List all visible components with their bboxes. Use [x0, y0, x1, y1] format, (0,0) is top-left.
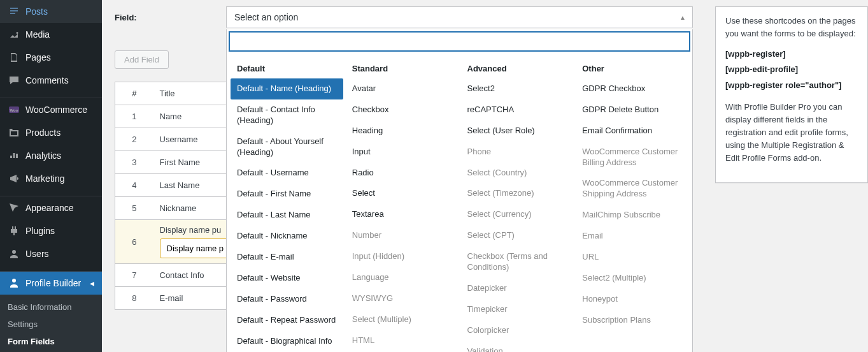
- option-group-label: Default: [231, 59, 343, 78]
- menu-appearance[interactable]: Appearance: [0, 196, 102, 219]
- menu-marketing[interactable]: Marketing: [0, 167, 102, 190]
- plugins-icon: [8, 224, 20, 237]
- shortcodes-box: Use these shortcodes on the pages you wa…: [715, 6, 868, 183]
- select-option[interactable]: Heading: [346, 121, 459, 142]
- select-option: HTML: [346, 330, 459, 351]
- select-option[interactable]: Textarea: [346, 204, 459, 225]
- menu-label: Marketing: [25, 173, 64, 184]
- select-option: Select (Timezone): [461, 183, 574, 204]
- menu-posts[interactable]: Posts: [0, 0, 102, 23]
- select-option[interactable]: Default - Username: [231, 163, 343, 184]
- select-option[interactable]: Default - Name (Heading): [231, 78, 343, 99]
- menu-pages[interactable]: Pages: [0, 46, 102, 69]
- menu-label: Analytics: [25, 150, 61, 161]
- select-option[interactable]: Radio: [346, 163, 459, 184]
- select-option[interactable]: Select (User Role): [461, 121, 574, 142]
- row-num: 6: [115, 220, 153, 264]
- select-option[interactable]: Default - Repeat Password: [231, 310, 343, 331]
- select-option: Email: [576, 226, 688, 247]
- select-selection[interactable]: Select an option ▲: [226, 6, 693, 28]
- row-num: 5: [115, 197, 153, 220]
- pages-icon: [8, 51, 20, 64]
- shortcode-item: [wppb-edit-profile]: [725, 62, 858, 77]
- select-option: WooCommerce Customer Billing Address: [576, 142, 688, 173]
- profile-builder-icon: [8, 277, 20, 290]
- select-option: WYSIWYG: [346, 288, 459, 309]
- users-icon: [8, 247, 20, 260]
- row-num: 8: [115, 287, 153, 310]
- menu-label: Pages: [25, 52, 51, 62]
- select-option[interactable]: Select2: [461, 78, 574, 99]
- shortcodes-intro: Use these shortcodes on the pages you wa…: [725, 15, 858, 40]
- select-placeholder: Select an option: [234, 12, 298, 22]
- add-field-button[interactable]: Add Field: [115, 50, 169, 69]
- menu-woocommerce[interactable]: WooCommerce: [0, 98, 102, 121]
- option-group-label: Other: [576, 59, 688, 78]
- select-option[interactable]: Default - About Yourself (Heading): [231, 131, 343, 163]
- select-option: URL: [576, 247, 688, 268]
- row-num: 4: [115, 174, 153, 197]
- menu-comments[interactable]: Comments: [0, 69, 102, 92]
- marketing-icon: [8, 172, 20, 185]
- select-option[interactable]: Default - Biographical Info: [231, 331, 343, 352]
- select-option: Select (Country): [461, 163, 574, 184]
- submenu-item[interactable]: Settings: [0, 316, 102, 333]
- select-option[interactable]: Default - Website: [231, 268, 343, 289]
- select-option[interactable]: Default - E-mail: [231, 247, 343, 268]
- analytics-icon: [8, 149, 20, 162]
- select-option[interactable]: Avatar: [346, 78, 459, 99]
- comments-icon: [8, 74, 20, 87]
- shortcode-item: [wppb-register]: [725, 47, 858, 62]
- option-group: OtherGDPR CheckboxGDPR Delete ButtonEmai…: [574, 59, 690, 352]
- select-option: Select (CPT): [461, 225, 574, 246]
- select-option: Language: [346, 267, 459, 288]
- menu-analytics[interactable]: Analytics: [0, 144, 102, 167]
- option-group-label: Standard: [346, 59, 459, 78]
- products-icon: [8, 126, 20, 139]
- select-search-input[interactable]: [229, 32, 690, 51]
- select-option: MailChimp Subscribe: [576, 205, 688, 226]
- select-option[interactable]: Default - First Name: [231, 184, 343, 205]
- menu-profile-builder[interactable]: Profile Builder◂: [0, 272, 102, 295]
- media-icon: [8, 28, 20, 41]
- field-select[interactable]: Select an option ▲ DefaultDefault - Name…: [226, 6, 693, 28]
- select-option[interactable]: Checkbox: [346, 99, 459, 121]
- menu-label: Posts: [25, 6, 48, 17]
- select-option[interactable]: Default - Password: [231, 289, 343, 310]
- menu-label: Products: [25, 128, 60, 138]
- submenu-item[interactable]: Form Fields: [0, 333, 102, 350]
- menu-label: Profile Builder: [25, 278, 81, 288]
- select-dropdown: DefaultDefault - Name (Heading)Default -…: [226, 29, 693, 352]
- select-option[interactable]: Input: [346, 142, 459, 163]
- menu-label: Users: [25, 249, 49, 259]
- select-option[interactable]: Default - Nickname: [231, 226, 343, 247]
- menu-label: Plugins: [25, 226, 55, 236]
- select-option: Validation: [461, 341, 574, 352]
- menu-plugins[interactable]: Plugins: [0, 219, 102, 242]
- select-option: Phone: [461, 142, 574, 163]
- menu-media[interactable]: Media: [0, 23, 102, 46]
- menu-label: WooCommerce: [25, 105, 87, 115]
- admin-sidebar: PostsMediaPagesCommentsWooCommerceProduc…: [0, 0, 102, 352]
- select-option[interactable]: Default - Last Name: [231, 205, 343, 226]
- menu-products[interactable]: Products: [0, 121, 102, 144]
- select-option[interactable]: Default - Contact Info (Heading): [231, 99, 343, 131]
- menu-arrow-icon: ◂: [90, 278, 94, 288]
- select-option[interactable]: Select: [346, 183, 459, 204]
- woocommerce-icon: [8, 103, 20, 116]
- main-content: Field: Select an option ▲ DefaultDefault…: [102, 0, 706, 352]
- option-group-label: Advanced: [461, 59, 574, 78]
- menu-users[interactable]: Users: [0, 242, 102, 265]
- select-option[interactable]: GDPR Checkbox: [576, 78, 688, 99]
- submenu-item[interactable]: Basic Information: [0, 298, 102, 316]
- select-option: Datepicker: [461, 278, 574, 299]
- select-option[interactable]: Email Confirmation: [576, 121, 688, 142]
- select-option: Select (Currency): [461, 204, 574, 225]
- row-num: 2: [115, 128, 153, 151]
- select-arrow-icon: ▲: [679, 14, 686, 21]
- select-option[interactable]: GDPR Delete Button: [576, 99, 688, 121]
- row-num: 3: [115, 151, 153, 174]
- select-option[interactable]: reCAPTCHA: [461, 99, 574, 121]
- menu-label: Comments: [25, 75, 69, 85]
- select-option: Number: [346, 225, 459, 246]
